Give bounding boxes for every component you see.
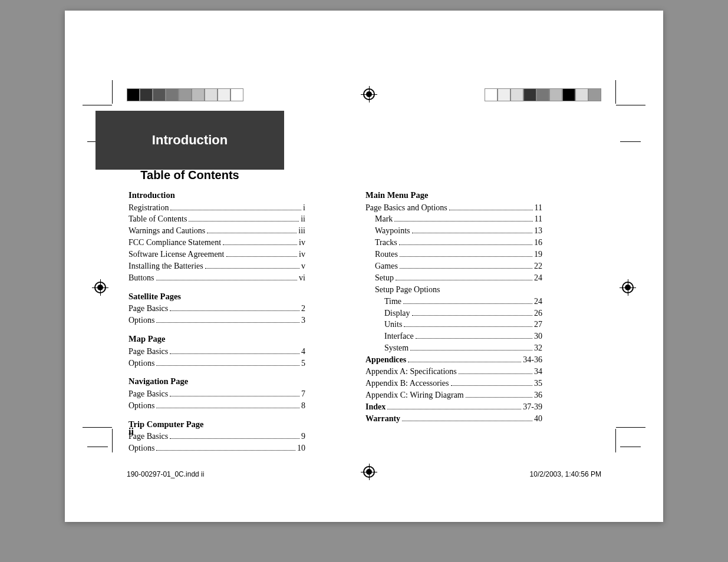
toc-label: Page Basics and Options bbox=[365, 203, 447, 214]
toc-leader bbox=[223, 238, 297, 246]
toc-page: iv bbox=[299, 249, 305, 260]
toc-leader bbox=[170, 389, 299, 396]
toc-page: 13 bbox=[534, 226, 542, 237]
toc-leader bbox=[156, 444, 295, 451]
toc-label: Units bbox=[384, 319, 402, 330]
toc-page: 34-36 bbox=[523, 355, 542, 366]
toc-entry: Installing the Batteriesv bbox=[129, 261, 305, 272]
chapter-header: Introduction bbox=[95, 111, 284, 170]
page-number: ii bbox=[129, 427, 134, 437]
toc-leader bbox=[400, 250, 532, 257]
toc-page: i bbox=[303, 203, 305, 214]
toc-entry: Page Basics9 bbox=[129, 431, 305, 442]
toc-leader bbox=[226, 250, 298, 257]
toc-entry: Mark11 bbox=[365, 214, 542, 225]
toc-page: iii bbox=[298, 226, 305, 237]
toc-entry: Table of Contentsii bbox=[129, 214, 305, 225]
registration-target-icon bbox=[622, 282, 634, 293]
toc-label: Tracks bbox=[375, 237, 397, 249]
toc-label: Appendix A: Specifications bbox=[365, 366, 457, 378]
toc-page: 24 bbox=[534, 273, 542, 284]
toc-page: v bbox=[301, 261, 305, 272]
toc-page: 37-39 bbox=[523, 402, 542, 413]
toc-entry: Appendix C: Wiring Diagram36 bbox=[365, 390, 542, 401]
toc-leader bbox=[170, 346, 299, 354]
toc-page: 5 bbox=[301, 358, 305, 369]
crop-mark bbox=[620, 447, 641, 447]
toc-leader bbox=[170, 304, 299, 312]
toc-entry: Warnings and Cautionsiii bbox=[129, 226, 305, 237]
toc-label: Routes bbox=[375, 249, 398, 260]
toc-entry: Options10 bbox=[129, 443, 305, 454]
toc-page: 16 bbox=[534, 237, 542, 249]
footer-file: 190-00297-01_0C.indd ii bbox=[127, 470, 204, 478]
toc-leader bbox=[400, 261, 532, 269]
toc-entry: Options8 bbox=[129, 401, 305, 412]
toc-left-column: IntroductionRegistrationiTable of Conten… bbox=[129, 190, 305, 455]
toc-leader bbox=[156, 358, 299, 366]
toc-page: 4 bbox=[301, 346, 305, 358]
toc-entry: Buttonsvi bbox=[129, 273, 305, 284]
toc-label: Software License Agreement bbox=[129, 249, 225, 260]
toc-label: Page Basics bbox=[129, 431, 168, 442]
toc-entry: Tracks16 bbox=[365, 237, 542, 249]
toc-label: Options bbox=[129, 358, 154, 369]
toc-entry: Appendices34-36 bbox=[365, 355, 542, 366]
crop-mark bbox=[615, 80, 616, 104]
toc-page: 32 bbox=[534, 343, 542, 354]
toc-page: 22 bbox=[534, 261, 542, 272]
toc-label: Warnings and Cautions bbox=[129, 226, 205, 237]
crop-mark bbox=[87, 447, 108, 447]
crop-mark bbox=[620, 141, 641, 142]
toc-page: 34 bbox=[534, 366, 542, 378]
toc-label: Setup bbox=[375, 273, 394, 284]
toc-label: Installing the Batteries bbox=[129, 261, 203, 272]
toc-leader bbox=[399, 238, 532, 246]
toc-entry: System32 bbox=[365, 343, 542, 354]
toc-label: Buttons bbox=[129, 273, 154, 284]
toc-section-heading: Main Menu Page bbox=[365, 190, 542, 201]
page-title: Table of Contents bbox=[95, 168, 284, 182]
registration-target-icon bbox=[363, 88, 375, 100]
crop-mark bbox=[615, 429, 616, 452]
toc-label: Options bbox=[129, 443, 154, 454]
crop-mark bbox=[112, 80, 113, 104]
crop-mark bbox=[616, 105, 645, 105]
toc-page: 27 bbox=[534, 319, 542, 330]
toc-leader bbox=[207, 226, 297, 234]
toc-page: 40 bbox=[534, 414, 542, 425]
toc-label: Appendix C: Wiring Diagram bbox=[365, 390, 464, 401]
toc-entry: Interface30 bbox=[365, 331, 542, 342]
toc-section-heading: Trip Computer Page bbox=[129, 419, 305, 431]
toc-entry: Page Basics2 bbox=[129, 303, 305, 315]
toc-leader bbox=[205, 261, 299, 269]
crop-mark bbox=[83, 427, 112, 428]
toc-section-heading: Satellite Pages bbox=[129, 291, 305, 303]
toc-entry: Page Basics7 bbox=[129, 389, 305, 400]
toc-section-heading: Navigation Page bbox=[129, 376, 305, 388]
toc-page: 36 bbox=[534, 390, 542, 401]
toc-entry: Options3 bbox=[129, 315, 305, 326]
toc-leader bbox=[416, 332, 532, 339]
toc-leader bbox=[170, 432, 299, 439]
toc-entry: Options5 bbox=[129, 358, 305, 369]
chapter-title: Introduction bbox=[152, 133, 228, 148]
crop-mark bbox=[616, 427, 645, 428]
toc-label: Appendices bbox=[365, 355, 406, 366]
registration-target-icon bbox=[94, 282, 106, 293]
toc-label: Time bbox=[384, 296, 401, 308]
toc-leader bbox=[387, 402, 521, 409]
toc-entry: Display26 bbox=[365, 308, 542, 319]
toc-page: 11 bbox=[535, 214, 542, 225]
toc-page: 10 bbox=[297, 443, 305, 454]
toc-leader bbox=[396, 273, 532, 280]
toc-entry: Warranty40 bbox=[365, 414, 542, 425]
toc-leader bbox=[394, 214, 532, 222]
toc-label: Games bbox=[375, 261, 398, 272]
toc-label: Interface bbox=[384, 331, 414, 342]
toc-right-column: Main Menu PagePage Basics and Options11M… bbox=[365, 190, 542, 425]
toc-page: 7 bbox=[301, 389, 305, 400]
toc-leader bbox=[412, 226, 532, 234]
toc-leader bbox=[449, 203, 533, 210]
toc-leader bbox=[408, 355, 521, 363]
